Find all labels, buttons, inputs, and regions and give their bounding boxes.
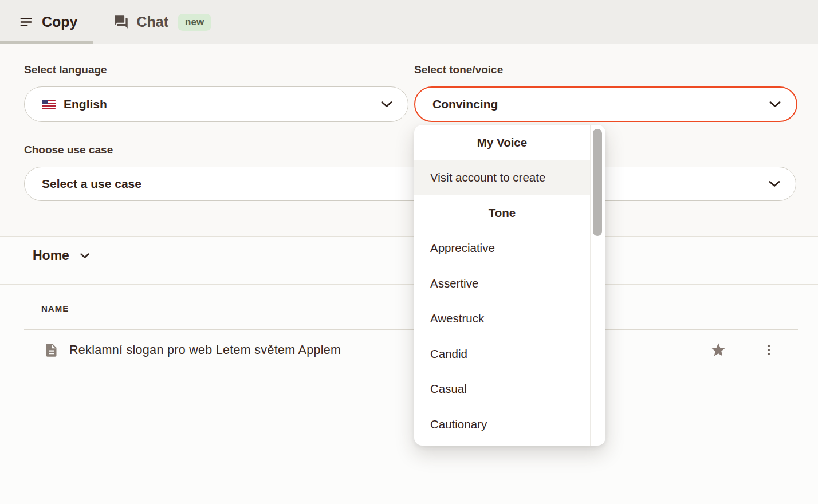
dropdown-option[interactable]: Cautionary (414, 407, 590, 442)
tone-dropdown-options: My Voice Visit account to create Tone Ap… (414, 125, 590, 442)
breadcrumb[interactable]: Home (33, 237, 90, 275)
table-row[interactable]: Reklamní slogan pro web Letem světem App… (0, 330, 818, 370)
document-icon (44, 342, 59, 358)
documents-table: NAME Reklamní slogan pro web Letem světe… (0, 285, 818, 504)
tab-chat-label: Chat (137, 14, 169, 30)
language-select[interactable]: English (24, 86, 408, 122)
dropdown-option[interactable]: Candid (414, 336, 590, 372)
filters-section (0, 44, 818, 237)
breadcrumb-strip: Home (0, 237, 818, 285)
chevron-down-icon (768, 180, 781, 188)
divider (24, 275, 798, 275)
language-select-value: English (64, 97, 107, 111)
chevron-down-icon (769, 100, 781, 108)
dropdown-group-header: Tone (414, 195, 590, 231)
breadcrumb-label: Home (33, 248, 69, 263)
tab-copy-label: Copy (42, 14, 78, 30)
scrollbar-track (590, 125, 591, 446)
chevron-down-icon (80, 253, 90, 259)
tone-select[interactable]: Convincing (414, 86, 797, 122)
tab-bar: Copy Chat new (0, 0, 818, 44)
language-label: Select language (24, 64, 107, 76)
dropdown-group-header: My Voice (414, 125, 590, 160)
tab-chat[interactable]: Chat new (113, 0, 212, 44)
forum-icon (113, 14, 129, 30)
use-case-label: Choose use case (24, 144, 113, 156)
dropdown-option[interactable]: Visit account to create (414, 160, 590, 196)
kebab-menu-icon[interactable] (760, 341, 778, 359)
dropdown-option[interactable]: Casual (414, 372, 590, 407)
dropdown-option[interactable]: Awestruck (414, 301, 590, 337)
tone-select-value: Convincing (432, 97, 498, 111)
column-header-name: NAME (41, 304, 69, 313)
dropdown-option[interactable]: Assertive (414, 266, 590, 301)
use-case-select[interactable]: Select a use case (24, 167, 796, 201)
chevron-down-icon (380, 100, 393, 108)
tab-copy[interactable]: Copy (18, 0, 78, 44)
us-flag-icon (42, 100, 56, 109)
document-title: Reklamní slogan pro web Letem světem App… (69, 343, 341, 357)
use-case-select-value: Select a use case (42, 177, 141, 191)
tone-dropdown-menu: My Voice Visit account to create Tone Ap… (414, 125, 605, 446)
dropdown-option[interactable]: Appreciative (414, 231, 590, 266)
tone-label: Select tone/voice (414, 64, 503, 76)
new-badge: new (178, 14, 211, 31)
star-icon[interactable] (710, 342, 726, 358)
notes-icon (18, 14, 34, 30)
scrollbar-thumb[interactable] (593, 129, 602, 236)
